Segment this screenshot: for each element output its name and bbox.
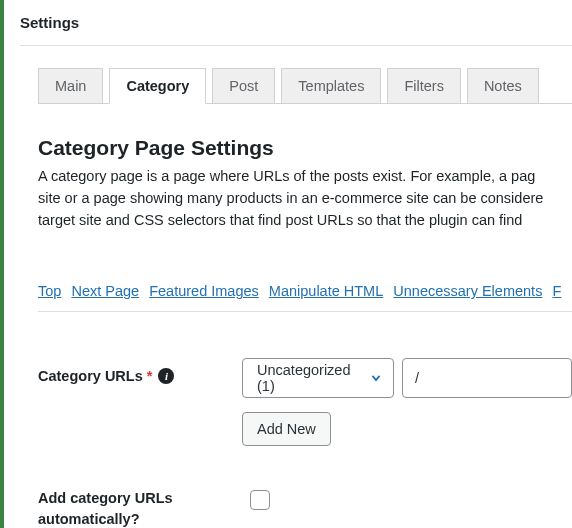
select-value: Uncategorized (1): [257, 362, 359, 394]
info-icon[interactable]: i: [158, 368, 174, 384]
auto-add-label-line2: automatically?: [38, 509, 242, 528]
category-select[interactable]: Uncategorized (1): [242, 358, 394, 398]
panel-title: Settings: [20, 14, 572, 31]
section-description: A category page is a page where URLs of …: [38, 166, 572, 231]
category-urls-label: Category URLs: [38, 368, 143, 384]
chevron-down-icon: [369, 371, 383, 385]
tab-post[interactable]: Post: [212, 68, 275, 104]
jump-link-featured-images[interactable]: Featured Images: [149, 283, 259, 299]
add-new-button[interactable]: Add New: [242, 412, 331, 446]
tab-notes[interactable]: Notes: [467, 68, 539, 104]
jump-link-top[interactable]: Top: [38, 283, 61, 299]
jump-link-unnecessary-elements[interactable]: Unnecessary Elements: [393, 283, 542, 299]
auto-add-label-line1: Add category URLs: [38, 488, 242, 509]
tab-main[interactable]: Main: [38, 68, 103, 104]
jump-link-more[interactable]: F: [552, 283, 561, 299]
desc-line: site or a page showing many products in …: [38, 190, 543, 206]
desc-line: A category page is a page where URLs of …: [38, 168, 535, 184]
jump-link-manipulate-html[interactable]: Manipulate HTML: [269, 283, 383, 299]
tab-templates[interactable]: Templates: [281, 68, 381, 104]
required-asterisk-icon: *: [147, 368, 153, 384]
desc-line: target site and CSS selectors that find …: [38, 212, 522, 228]
auto-add-checkbox[interactable]: [250, 490, 270, 510]
divider: [38, 311, 572, 312]
tabs: Main Category Post Templates Filters Not…: [38, 62, 572, 104]
section-title: Category Page Settings: [38, 136, 572, 160]
form-row-auto-add: Add category URLs automatically? i: [38, 488, 572, 528]
tab-filters[interactable]: Filters: [387, 68, 460, 104]
jump-links: Top Next Page Featured Images Manipulate…: [38, 283, 572, 299]
category-url-input[interactable]: [402, 358, 572, 398]
form-row-category-urls: Category URLs * i Uncategorized (1) Add …: [38, 358, 572, 446]
jump-link-next-page[interactable]: Next Page: [71, 283, 139, 299]
tab-category[interactable]: Category: [109, 68, 206, 104]
